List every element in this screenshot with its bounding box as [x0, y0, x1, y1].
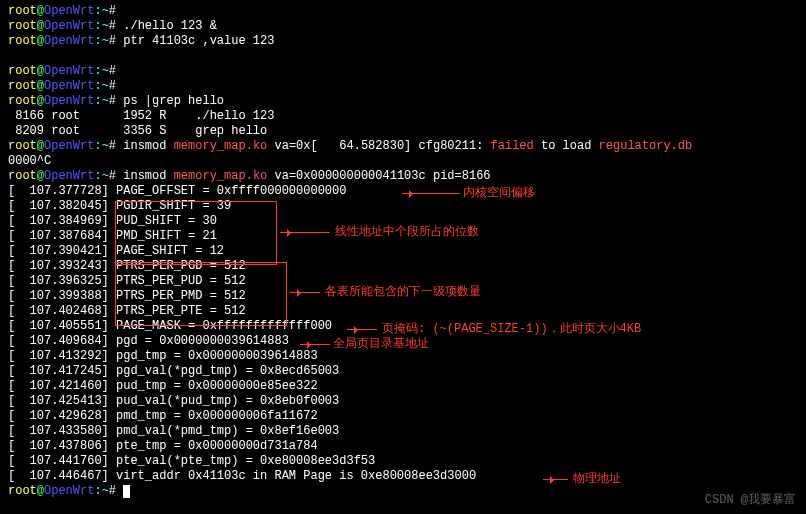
kernel-log-row: [ 107.425413] pud_val(*pud_tmp) = 0x8eb0…: [8, 394, 798, 409]
prompt-line[interactable]: root@OpenWrt:~#: [8, 64, 798, 79]
cursor-icon: [123, 485, 130, 498]
kernel-log-row: [ 107.387684] PMD_SHIFT = 21: [8, 229, 798, 244]
filename-ko: memory_map.ko: [174, 139, 268, 153]
kernel-log-row: [ 107.433580] pmd_val(*pmd_tmp) = 0x8ef1…: [8, 424, 798, 439]
ps-output-row: 8209 root 3356 S grep hello: [8, 124, 798, 139]
kernel-log-row: [ 107.384969] PUD_SHIFT = 30: [8, 214, 798, 229]
kernel-log-row: [ 107.417245] pgd_val(*pgd_tmp) = 0x8ecd…: [8, 364, 798, 379]
command-ps-grep: ps |grep hello: [123, 94, 224, 108]
filename-ko: memory_map.ko: [174, 169, 268, 183]
error-failed: failed: [491, 139, 534, 153]
kernel-log-row: [ 107.393243] PTRS_PER_PGD = 512: [8, 259, 798, 274]
watermark: CSDN @我要暴富: [705, 493, 796, 508]
kernel-log-row: [ 107.402468] PTRS_PER_PTE = 512: [8, 304, 798, 319]
kernel-log-row: [ 107.421460] pud_tmp = 0x00000000e85ee3…: [8, 379, 798, 394]
command-run-hello: ./hello 123 &: [123, 19, 217, 33]
kernel-log-row: [ 107.437806] pte_tmp = 0x00000000d731a7…: [8, 439, 798, 454]
kernel-log-row: [ 107.446467] virt_addr 0x41103c in RAM …: [8, 469, 798, 484]
prompt-path: :~: [94, 4, 108, 18]
prompt-host: OpenWrt: [44, 4, 94, 18]
prompt-line[interactable]: root@OpenWrt:~# ps |grep hello: [8, 94, 798, 109]
kernel-log-row: [ 107.413292] pgd_tmp = 0x00000000396148…: [8, 349, 798, 364]
blank-line: [8, 49, 798, 64]
prompt-line[interactable]: root@OpenWrt:~# insmod memory_map.ko va=…: [8, 139, 798, 154]
kernel-log-row: [ 107.396325] PTRS_PER_PUD = 512: [8, 274, 798, 289]
prompt-at: @: [37, 4, 44, 18]
prompt-line[interactable]: root@OpenWrt:~#: [8, 4, 798, 19]
kernel-log-row: [ 107.382045] PGDIR_SHIFT = 39: [8, 199, 798, 214]
kernel-log-row: [ 107.405551] PAGE_MASK = 0xffffffffffff…: [8, 319, 798, 334]
prompt-user: root: [8, 4, 37, 18]
prompt-line[interactable]: root@OpenWrt:~#: [8, 484, 798, 499]
kernel-log-row: [ 107.390421] PAGE_SHIFT = 12: [8, 244, 798, 259]
prompt-line[interactable]: root@OpenWrt:~# insmod memory_map.ko va=…: [8, 169, 798, 184]
command-insmod-1: insmod: [123, 139, 173, 153]
kernel-log-row: [ 107.399388] PTRS_PER_PMD = 512: [8, 289, 798, 304]
kernel-log-row: [ 107.409684] pgd = 0x0000000039614883: [8, 334, 798, 349]
kernel-log-row: [ 107.441760] pte_val(*pte_tmp) = 0xe800…: [8, 454, 798, 469]
prompt-end: #: [109, 4, 123, 18]
kernel-log-row: [ 107.377728] PAGE_OFFSET = 0xffff000000…: [8, 184, 798, 199]
command-insmod-2: insmod: [123, 169, 173, 183]
output-ptr: ptr 41103c ,value 123: [123, 34, 274, 48]
kernel-log-row: [ 107.429628] pmd_tmp = 0x000000006fa116…: [8, 409, 798, 424]
prompt-line[interactable]: root@OpenWrt:~#: [8, 79, 798, 94]
ps-output-row: 8166 root 1952 R ./hello 123: [8, 109, 798, 124]
output-ctrl-c: 0000^C: [8, 154, 798, 169]
prompt-line[interactable]: root@OpenWrt:~# ptr 41103c ,value 123: [8, 34, 798, 49]
filename-regdb: regulatory.db: [599, 139, 693, 153]
prompt-line[interactable]: root@OpenWrt:~# ./hello 123 &: [8, 19, 798, 34]
